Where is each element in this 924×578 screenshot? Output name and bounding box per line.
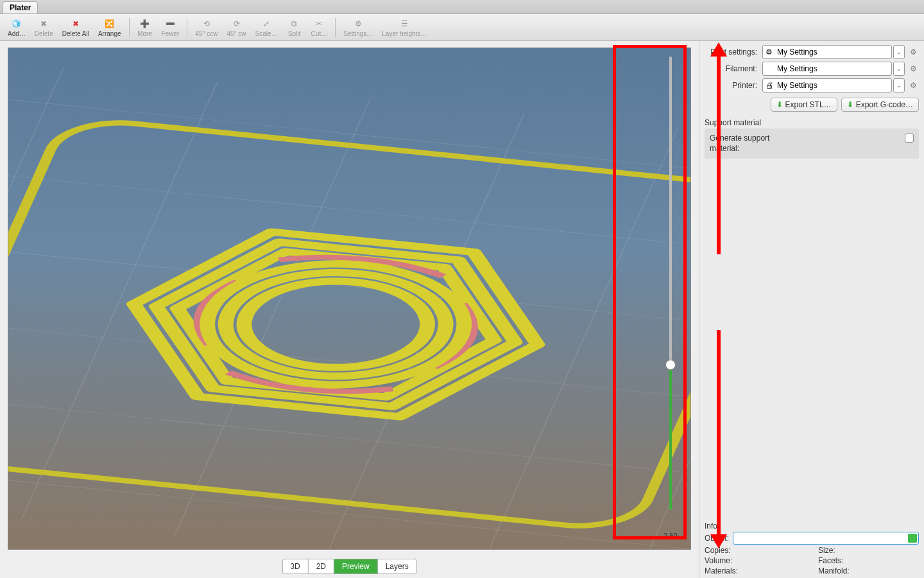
- minus-icon: ➖: [164, 18, 176, 30]
- rotate-ccw-button[interactable]: ⟲ 45° ccw: [191, 17, 221, 39]
- view-2d-button[interactable]: 2D: [309, 559, 334, 574]
- facets-label: Facets:: [818, 556, 919, 565]
- filament-dropdown[interactable]: ⌄: [893, 62, 905, 76]
- printer-gear[interactable]: ⚙: [907, 80, 919, 91]
- print-settings-row: Print settings: ⚙ My Settings ⌄ ⚙: [705, 45, 919, 59]
- split-icon: ⧉: [289, 18, 300, 30]
- filament-value: My Settings: [777, 64, 817, 73]
- svg-line-13: [8, 444, 690, 549]
- arrange-button[interactable]: 🔀 Arrange: [94, 17, 125, 39]
- layer-slider[interactable]: 2.50: [658, 54, 683, 539]
- info-title: Info: [705, 521, 919, 530]
- view-preview-button[interactable]: Preview: [334, 559, 378, 574]
- slider-value: 2.50: [663, 532, 677, 539]
- export-gcode-button[interactable]: ⬇ Export G-code…: [841, 98, 919, 112]
- annotation-arrowhead-down: [710, 534, 727, 548]
- toolbar-sep: [187, 18, 187, 37]
- printer-label: Printer:: [705, 81, 762, 90]
- printer-combo[interactable]: 🖨 My Settings: [762, 78, 892, 92]
- svg-line-8: [8, 80, 690, 204]
- plus-icon: ➕: [139, 18, 151, 30]
- rotate-ccw-icon: ⟲: [201, 18, 212, 30]
- svg-rect-14: [8, 117, 690, 532]
- materials-label: Materials:: [705, 566, 805, 575]
- support-section-title: Support material: [705, 118, 919, 127]
- manifold-label: Manifold:: [818, 566, 919, 575]
- print-settings-combo[interactable]: ⚙ My Settings: [762, 45, 892, 59]
- export-icon: ⬇: [847, 100, 853, 109]
- export-stl-button[interactable]: ⬇ Export STL…: [771, 98, 837, 112]
- cut-icon: ✂: [313, 18, 325, 30]
- viewport-3d[interactable]: [8, 48, 691, 550]
- volume-label: Volume:: [705, 556, 805, 565]
- fewer-button[interactable]: ➖ Fewer: [158, 17, 184, 39]
- spacer: [705, 159, 919, 518]
- filament-row: Filament: My Settings ⌄ ⚙: [705, 62, 919, 76]
- slider-track[interactable]: [669, 57, 672, 510]
- support-checkbox[interactable]: [905, 134, 914, 143]
- more-button[interactable]: ➕ More: [133, 17, 157, 39]
- filament-label: Filament:: [705, 64, 762, 73]
- print-settings-gear[interactable]: ⚙: [907, 46, 919, 58]
- view-3d-button[interactable]: 3D: [282, 559, 308, 574]
- svg-line-1: [8, 67, 64, 504]
- view-layers-button[interactable]: Layers: [378, 559, 416, 574]
- print-settings-value: My Settings: [777, 48, 817, 57]
- size-label: Size:: [818, 546, 919, 555]
- print-settings-dropdown[interactable]: ⌄: [893, 45, 905, 59]
- cut-button[interactable]: ✂ Cut…: [307, 17, 332, 39]
- rotate-cw-button[interactable]: ⟳ 45° cw: [223, 17, 250, 39]
- add-icon: 🧊: [11, 18, 22, 30]
- layers-icon: ☰: [398, 18, 410, 30]
- tab-strip: Plater: [0, 0, 924, 14]
- delete-icon: ✖: [38, 18, 49, 30]
- annotation-arrow-up: [717, 55, 721, 254]
- object-row: Object:: [705, 532, 919, 545]
- export-row: ⬇ Export STL… ⬇ Export G-code…: [705, 98, 919, 112]
- toolbar-sep: [129, 18, 130, 37]
- support-box: Generate support material:: [705, 128, 919, 159]
- viewport-svg: [8, 48, 690, 549]
- printer-icon: 🖨: [766, 81, 774, 90]
- filament-gear[interactable]: ⚙: [907, 63, 919, 74]
- view-mode-switcher: 3D 2D Preview Layers: [282, 559, 416, 574]
- printer-dropdown[interactable]: ⌄: [893, 78, 905, 92]
- right-panel: Print settings: ⚙ My Settings ⌄ ⚙ Filame…: [699, 41, 924, 578]
- scale-icon: ⤢: [261, 18, 272, 30]
- delete-button[interactable]: ✖ Delete: [31, 17, 57, 39]
- settings-button[interactable]: ⚙ Settings…: [339, 17, 377, 39]
- delete-all-button[interactable]: ✖ Delete All: [58, 17, 93, 39]
- slider-fill: [669, 365, 672, 510]
- support-label: Generate support material:: [710, 134, 800, 153]
- delete-all-icon: ✖: [70, 18, 81, 30]
- svg-line-10: [8, 226, 690, 350]
- add-button[interactable]: 🧊 Add…: [4, 17, 30, 39]
- printer-row: Printer: 🖨 My Settings ⌄ ⚙: [705, 78, 919, 92]
- split-button[interactable]: ⧉ Split: [283, 17, 306, 39]
- annotation-arrow-down: [717, 330, 721, 536]
- info-block: Info Object: Copies: Size: Volume: Facet…: [705, 518, 919, 575]
- tab-plater[interactable]: Plater: [3, 1, 38, 13]
- gear-icon: ⚙: [766, 48, 774, 57]
- rotate-cw-icon: ⟳: [231, 18, 243, 30]
- gear-icon: ⚙: [352, 18, 364, 30]
- export-gcode-label: Export G-code…: [856, 100, 913, 109]
- tab-label: Plater: [10, 3, 31, 12]
- toolbar: 🧊 Add… ✖ Delete ✖ Delete All 🔀 Arrange ➕…: [0, 14, 924, 41]
- info-grid: Copies: Size: Volume: Facets: Materials:…: [705, 546, 919, 575]
- scale-button[interactable]: ⤢ Scale…: [252, 17, 282, 39]
- content: 2.50 3D 2D Preview Layers Print settings…: [0, 41, 924, 578]
- filament-combo[interactable]: My Settings: [762, 62, 892, 76]
- toolbar-sep: [335, 18, 336, 37]
- printer-value: My Settings: [777, 81, 817, 90]
- export-icon: ⬇: [776, 100, 783, 109]
- layer-heights-button[interactable]: ☰ Layer heights…: [378, 17, 431, 39]
- export-stl-label: Export STL…: [785, 100, 832, 109]
- slider-handle[interactable]: [665, 360, 676, 370]
- object-select[interactable]: [733, 532, 919, 545]
- viewport-wrap: 2.50 3D 2D Preview Layers: [0, 41, 699, 578]
- annotation-arrowhead-up: [710, 42, 727, 57]
- arrange-icon: 🔀: [104, 18, 116, 30]
